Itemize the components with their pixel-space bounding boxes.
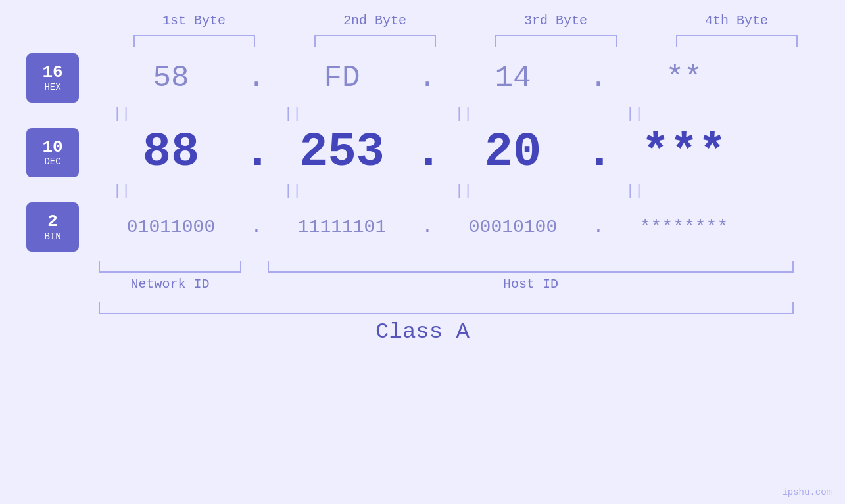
byte-headers-row: 1st Byte 2nd Byte 3rd Byte 4th Byte <box>104 13 827 28</box>
hex-values: 58 . FD . 14 . ** <box>99 61 845 95</box>
equals-2-2: || <box>220 183 365 199</box>
equals-1-4: || <box>562 106 707 122</box>
bottom-area: Network ID Host ID Class A <box>0 258 845 344</box>
hex-byte2: FD <box>270 61 414 95</box>
byte4-header: 4th Byte <box>664 13 809 28</box>
bottom-labels: Network ID Host ID <box>99 277 794 292</box>
bin-byte1: 01011000 <box>99 217 243 237</box>
dec-label: 10 DEC <box>13 128 92 177</box>
hex-badge: 16 HEX <box>26 53 79 103</box>
bin-byte4: ******** <box>612 217 756 237</box>
dec-badge-base: DEC <box>44 156 60 167</box>
equals-1-2: || <box>220 106 365 122</box>
dec-dot3: . <box>585 126 612 179</box>
bin-dot2: . <box>414 217 441 237</box>
dec-byte2: 253 <box>270 126 414 179</box>
hex-dot1: . <box>243 61 270 95</box>
equals-row-1: || || || || <box>49 103 845 126</box>
bin-values: 01011000 . 11111101 . 00010100 . *******… <box>99 217 845 237</box>
hex-dot3: . <box>585 61 612 95</box>
watermark: ipshu.com <box>782 487 832 497</box>
dec-badge: 10 DEC <box>26 128 79 177</box>
bin-badge-base: BIN <box>44 231 60 242</box>
network-bracket <box>99 261 241 273</box>
equals-row-2: || || || || <box>49 179 845 202</box>
dec-badge-number: 10 <box>42 138 62 157</box>
byte1-header: 1st Byte <box>122 13 266 28</box>
dec-values: 88 . 253 . 20 . *** <box>99 126 845 179</box>
equals-2-4: || <box>562 183 707 199</box>
host-id-label: Host ID <box>268 277 794 292</box>
equals-2-1: || <box>49 183 194 199</box>
bin-badge: 2 BIN <box>26 202 79 252</box>
hex-badge-number: 16 <box>42 63 62 82</box>
top-bracket-3 <box>495 35 617 47</box>
bin-label: 2 BIN <box>13 202 92 252</box>
dec-byte4: *** <box>612 126 756 179</box>
equals-1-1: || <box>49 106 194 122</box>
bin-row: 2 BIN 01011000 . 11111101 . 00010100 . *… <box>0 202 845 252</box>
dec-dot2: . <box>414 126 441 179</box>
hex-row: 16 HEX 58 . FD . 14 . ** <box>0 53 845 103</box>
host-bracket <box>268 261 794 273</box>
bottom-brackets <box>99 258 794 273</box>
top-bracket-2 <box>314 35 436 47</box>
hex-byte1: 58 <box>99 61 243 95</box>
full-bracket <box>99 302 794 314</box>
equals-2-3: || <box>391 183 536 199</box>
dec-byte1: 88 <box>99 126 243 179</box>
byte2-header: 2nd Byte <box>302 13 447 28</box>
top-brackets <box>104 35 827 47</box>
byte3-header: 3rd Byte <box>483 13 628 28</box>
hex-dot2: . <box>414 61 441 95</box>
bin-badge-number: 2 <box>47 212 58 231</box>
main-container: 1st Byte 2nd Byte 3rd Byte 4th Byte 16 H… <box>0 0 845 504</box>
bin-byte3: 00010100 <box>441 217 585 237</box>
network-id-label: Network ID <box>99 277 241 292</box>
equals-1-3: || <box>391 106 536 122</box>
class-label: Class A <box>0 319 845 344</box>
top-bracket-4 <box>676 35 798 47</box>
hex-badge-base: HEX <box>44 82 60 93</box>
bin-dot3: . <box>585 217 612 237</box>
dec-dot1: . <box>243 126 270 179</box>
hex-byte4: ** <box>612 61 756 95</box>
dec-row: 10 DEC 88 . 253 . 20 . *** <box>0 126 845 179</box>
bin-byte2: 11111101 <box>270 217 414 237</box>
top-bracket-1 <box>133 35 255 47</box>
dec-byte3: 20 <box>441 126 585 179</box>
hex-byte3: 14 <box>441 61 585 95</box>
hex-label: 16 HEX <box>13 53 92 103</box>
bin-dot1: . <box>243 217 270 237</box>
